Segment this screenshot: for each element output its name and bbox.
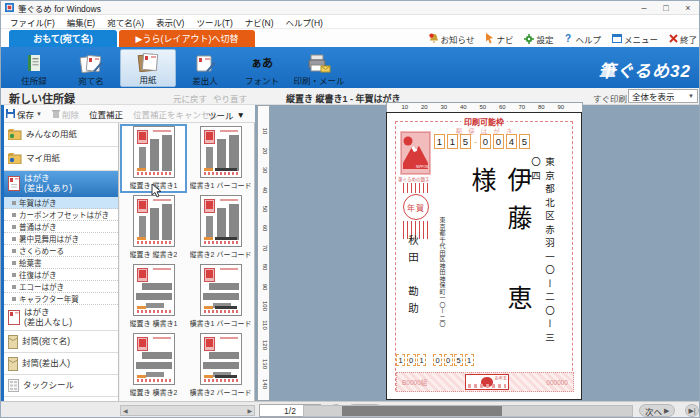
thumbnail-caption: 横書き1 バーコード: [190, 318, 252, 328]
thumbnail-tate2-barcode[interactable]: 縦書き2 バーコード: [187, 193, 254, 262]
sender-button[interactable]: 差出人: [177, 49, 233, 87]
thumbnail-tate1-barcode[interactable]: 縦書き1 バーコード: [187, 124, 254, 193]
last-page-button[interactable]: ▶|: [685, 404, 699, 417]
thumbnail-tate2[interactable]: 縦置き 縦書き2: [120, 193, 187, 262]
next-label: 次へ: [645, 405, 662, 417]
notice-button[interactable]: お知らせ: [429, 33, 475, 45]
header-strip: 新しい住所録 元に戻す やり直す 縦置き 縦書き1 - 年賀はがき すぐ印刷 全…: [1, 88, 700, 105]
menu-navi[interactable]: ナビ(N): [240, 16, 279, 28]
tree-subitem-character-nenga[interactable]: キャラクター年賀: [4, 293, 118, 305]
sender-address[interactable]: 東京都千代田区神田神保町一〇ー二〇: [438, 217, 447, 339]
ruler-tick: 10: [262, 126, 268, 137]
scroll-right-icon[interactable]: ▶: [247, 407, 252, 414]
tree-item-tackseal[interactable]: タックシール: [4, 375, 118, 397]
atena-label: 宛て名: [78, 74, 104, 86]
tree-label: はがき(差出人なし): [24, 308, 72, 328]
close-button[interactable]: ×: [677, 1, 699, 15]
tab-front-atena[interactable]: おもて(宛て名): [9, 30, 117, 47]
lottery-emblem: お年玉: [465, 374, 509, 390]
bullet-icon: [12, 213, 16, 217]
envelope-icon: [8, 335, 18, 349]
tree-item-envelope-to[interactable]: 封筒(宛て名): [4, 331, 118, 353]
save-label: 保存: [17, 108, 34, 120]
position-correct-button[interactable]: 位置補正: [89, 108, 123, 120]
gear-icon: [524, 34, 534, 44]
menu-view[interactable]: 表示(V): [151, 16, 189, 28]
ruler-tick: 110: [262, 320, 268, 331]
tree-subitem-nenga[interactable]: 年賀はがき: [4, 197, 118, 209]
paper-label: 用紙: [139, 73, 156, 85]
menu-file[interactable]: ファイル(F): [5, 16, 60, 28]
sender-name[interactable]: 秋田 勘助: [406, 235, 421, 355]
tree-subitem-ehagaki[interactable]: 絵葉書: [4, 257, 118, 269]
tree-item-my-paper[interactable]: マイ用紙: [4, 147, 118, 171]
nenga-circle: 年賀: [403, 194, 429, 220]
fudegurume-window: 筆ぐるめ for Windows – □ × ファイル(F) 編集(E) 宛て名…: [0, 0, 700, 418]
lottery-group-number: B0000組: [402, 377, 427, 387]
help-button[interactable]: ? ヘルプ: [564, 33, 601, 45]
thumbnail-preview: [133, 333, 175, 385]
menu-edit[interactable]: 編集(E): [62, 16, 100, 28]
sender-postal-code[interactable]: 1 0 1 0 0 5 1: [396, 354, 474, 366]
tree-subitem-ofuku[interactable]: 往復はがき: [4, 269, 118, 281]
menu-bar: ファイル(F) 編集(E) 宛て名(A) 表示(V) ツール(T) ナビ(N) …: [1, 15, 700, 29]
thumbnail-yoko2-barcode[interactable]: 横書き2 バーコード: [187, 331, 254, 400]
delete-button[interactable]: 削除: [52, 108, 79, 120]
bullet-icon: [12, 285, 16, 289]
undo-button[interactable]: 元に戻す: [173, 92, 207, 104]
print-mail-button[interactable]: 印刷・メール: [291, 49, 347, 87]
zoom-select[interactable]: 全体を表示 ▼: [628, 89, 698, 103]
scrollbar-thumb[interactable]: [342, 406, 502, 416]
tree-item-minna-paper[interactable]: みんなの用紙: [4, 123, 118, 147]
printer-icon: [307, 53, 331, 73]
navi-button[interactable]: ナビ: [485, 33, 513, 45]
recipient-postal-code[interactable]: 1 1 5 - 0 0 4 5: [434, 134, 530, 149]
thumbnail-caption: 縦置き 横書き2: [130, 387, 178, 397]
exit-label: 終了: [680, 33, 697, 45]
tree-subitem-shochu[interactable]: 暑中見舞用はがき: [4, 233, 118, 245]
maximize-button[interactable]: □: [655, 1, 677, 15]
thumbnail-scrollbar[interactable]: ◀ ▶: [120, 405, 255, 416]
tab-switch-back-layout[interactable]: ▶うら(レイアウト)へ切替: [119, 30, 255, 47]
tree-subitem-sakura-mail[interactable]: さくらめーる: [4, 245, 118, 257]
save-button[interactable]: 保存 ▼: [6, 108, 42, 120]
thumbnail-yoko1[interactable]: 縦置き 横書き1: [120, 262, 187, 331]
font-button[interactable]: ぁあ フォント: [234, 49, 290, 87]
recipient-name[interactable]: 伊藤 恵 様: [463, 167, 535, 372]
thumbnail-preview: [133, 126, 175, 178]
window-icon: [612, 34, 622, 43]
ruler-tick: 70: [262, 242, 268, 253]
addressbook-title: 新しい住所録: [9, 90, 75, 106]
menu-atena[interactable]: 宛て名(A): [102, 16, 149, 28]
tree-item-envelope-from[interactable]: 封筒(差出人): [4, 353, 118, 375]
postcard-preview[interactable]: 印刷可能枠 郵便はがき NIPPON 筆ぐるめの題字 年賀 1 1 5: [386, 112, 582, 400]
menu-tools[interactable]: ツール(T): [191, 16, 237, 28]
tools-dropdown-button[interactable]: ツール ▼: [208, 109, 245, 121]
next-page-button[interactable]: 次へ▶: [639, 404, 675, 417]
scroll-left-icon[interactable]: ◀: [123, 407, 128, 414]
notice-label: お知らせ: [441, 33, 475, 45]
ruler-tick: 30: [441, 104, 448, 110]
tree-subitem-carbon-offset[interactable]: カーボンオフセットはがき: [4, 209, 118, 221]
tree-label: 封筒(宛て名): [22, 337, 70, 347]
tree-item-hagaki-with-sender[interactable]: はがき(差出人あり): [4, 171, 118, 197]
cancel-correct-button[interactable]: 位置補正をキャンセル: [133, 108, 218, 120]
thumbnail-yoko1-barcode[interactable]: 横書き1 バーコード: [187, 262, 254, 331]
redo-button[interactable]: やり直す: [213, 92, 247, 104]
menu-help[interactable]: ヘルプ(H): [281, 16, 328, 28]
tree-subitem-echo[interactable]: エコーはがき: [4, 281, 118, 293]
tree-item-hagaki-no-sender[interactable]: はがき(差出人なし): [4, 305, 118, 331]
quick-print-button[interactable]: すぐ印刷: [593, 92, 627, 104]
main-menu-button[interactable]: メニュー: [612, 33, 658, 45]
paper-button[interactable]: 用紙: [120, 49, 176, 87]
atena-button[interactable]: 宛て名: [63, 49, 119, 87]
minimize-button[interactable]: –: [633, 1, 655, 15]
tree-subitem-futsu[interactable]: 普通はがき: [4, 221, 118, 233]
preview-scrollbar[interactable]: [303, 405, 633, 417]
settings-button[interactable]: 設定: [524, 33, 553, 45]
thumbnail-yoko2[interactable]: 縦置き 横書き2: [120, 331, 187, 400]
addressbook-button[interactable]: 住所録: [6, 49, 62, 87]
exit-button[interactable]: 終了: [669, 33, 697, 45]
preview-area: 102030405060708090100110120130140 102030…: [255, 105, 700, 401]
lottery-strip: B0000組 お年玉 000000: [396, 372, 574, 392]
